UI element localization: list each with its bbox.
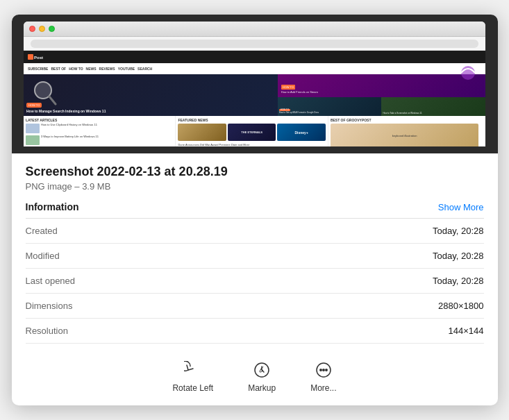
hero-main: HOW TO How to Manage Search Indexing on … [24,74,278,116]
browser-toolbar [24,37,485,51]
site-header: Post [24,51,485,63]
hero-mini-1: HOW TO How to Set up MLA Format in Googl… [278,97,382,116]
more-label: More... [310,383,336,393]
news-thumb-1 [178,124,226,141]
hero-right: HOW TO How to Add Friends on Steam HOW T… [278,74,485,116]
info-row: Created Today, 20:28 [26,219,484,244]
info-row-label: Modified [26,251,60,261]
browser-mockup: Post SUBSCRIBE BEST OF HOW TO NEWS REVIE… [24,22,485,146]
info-section: Screenshot 2022-02-13 at 20.28.19 PNG im… [12,153,498,344]
nav-howto: HOW TO [69,67,83,71]
preview-window: Post SUBSCRIBE BEST OF HOW TO NEWS REVIE… [12,15,498,405]
info-row-value: Today, 20:28 [433,251,483,261]
info-row-value: 2880×1800 [438,301,483,311]
best-of-groovypost: BEST OF GROOVYPOST keyboard illustration… [328,116,481,146]
info-row-value: 144×144 [449,326,484,336]
hero-badge: HOW TO [26,103,42,108]
info-row-value: Today, 20:28 [433,276,483,286]
rotate-left-label: Rotate Left [172,383,213,393]
rotate-left-icon [183,360,203,380]
file-meta: PNG image – 3.9 MB [26,181,484,192]
hero-mini-2: How to Take a Screenshot on Windows 11 [381,97,485,116]
latest-articles: LATEST ARTICLES How to Use Clipboard His… [24,116,176,146]
info-row: Modified Today, 20:28 [26,244,484,269]
hero-section: HOW TO How to Manage Search Indexing on … [24,74,485,116]
nav-youtube: YOUTUBE [118,67,135,71]
url-bar [31,40,478,48]
article-item-2: 3 Ways to Improve Battery Life on Window… [26,135,173,145]
svg-rect-0 [28,54,33,60]
more-icon [314,360,333,380]
nav-news: NEWS [86,67,97,71]
fullscreen-dot [49,26,55,32]
svg-text:Post: Post [34,56,43,60]
browser-chrome [24,22,485,37]
article-text-2: 3 Ways to Improve Battery Life on Window… [41,135,99,139]
rotate-left-button[interactable]: Rotate Left [172,360,213,393]
featured-news: FEATURED NEWS THE ETERNALS Disney+ Dune … [176,116,328,146]
article-item-1: How to Use Clipboard History on Windows … [26,124,173,133]
markup-icon [252,360,272,380]
article-text-1: How to Use Clipboard History on Windows … [41,124,97,127]
file-title: Screenshot 2022-02-13 at 20.28.19 [26,165,484,179]
info-header: Information Show More [26,201,484,219]
hero-right-bottom: HOW TO How to Set up MLA Format in Googl… [278,97,485,116]
svg-point-10 [326,369,327,371]
site-logo: Post [28,53,49,61]
info-row: Resolution 144×144 [26,319,484,344]
nav-subscribe: SUBSCRIBE [28,67,48,71]
info-rows: Created Today, 20:28 Modified Today, 20:… [26,219,484,344]
browser-content: Post SUBSCRIBE BEST OF HOW TO NEWS REVIE… [24,51,485,146]
markup-button[interactable]: Markup [248,360,276,393]
info-row-label: Last opened [26,276,76,286]
info-row-value: Today, 20:28 [433,226,483,236]
screenshot-preview: Post SUBSCRIBE BEST OF HOW TO NEWS REVIE… [12,15,498,153]
news-thumb-2: THE ETERNALS [228,124,276,141]
nav-bestof: BEST OF [51,67,66,71]
latest-articles-title: LATEST ARTICLES [26,118,173,122]
info-row-label: Created [26,226,58,236]
hero-headphones-image [451,66,485,84]
info-row: Last opened Today, 20:28 [26,269,484,294]
nav-reviews: REVIEWS [99,67,115,71]
info-row: Dimensions 2880×1800 [26,294,484,319]
minimize-dot [39,26,45,32]
nav-search: SEARCH [137,67,152,71]
svg-point-9 [323,369,324,371]
close-dot [29,26,35,32]
news-thumb-3: Disney+ [277,124,325,141]
info-row-label: Resolution [26,326,68,336]
article-thumb-1 [26,124,40,133]
article-thumb-2 [26,135,40,145]
show-more-button[interactable]: Show More [438,202,484,212]
best-of-title: BEST OF GROOVYPOST [331,118,478,122]
best-thumb: keyboard illustration [331,124,478,146]
hero-right-top: HOW TO How to Add Friends on Steam [278,74,485,97]
featured-news-title: FEATURED NEWS [178,118,325,122]
bottom-toolbar: Rotate Left Markup [12,349,498,405]
more-button[interactable]: More... [310,360,336,393]
hero-text: How to Manage Search Indexing on Windows… [26,109,106,114]
site-nav: SUBSCRIBE BEST OF HOW TO NEWS REVIEWS YO… [24,63,485,74]
svg-point-8 [320,369,322,371]
information-label: Information [26,201,79,212]
info-row-label: Dimensions [26,301,73,311]
articles-section: LATEST ARTICLES How to Use Clipboard His… [24,116,485,146]
markup-label: Markup [248,383,276,393]
